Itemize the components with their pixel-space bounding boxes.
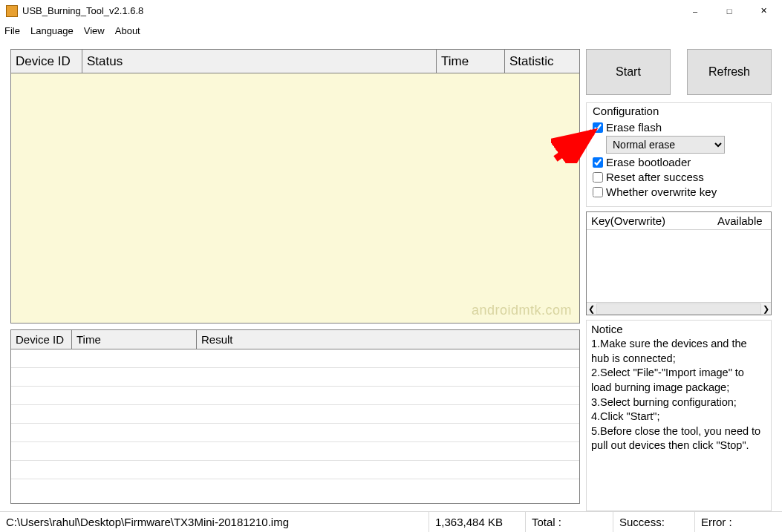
result-grid: Device ID Time Result <box>10 329 580 504</box>
notice-line: 4.Click "Start"; <box>591 410 766 424</box>
scroll-left-icon[interactable]: ❮ <box>588 304 595 314</box>
col-status[interactable]: Status <box>82 50 437 73</box>
minimize-button[interactable]: – <box>678 0 712 22</box>
device-status-grid: Device ID Status Time Statistic androidm… <box>10 49 580 324</box>
overwrite-key-checkbox[interactable] <box>593 187 603 197</box>
erase-flash-row[interactable]: Erase flash <box>593 121 765 134</box>
col-statistic[interactable]: Statistic <box>505 50 579 73</box>
status-path: C:\Users\rahul\Desktop\Firmware\TX3Mini-… <box>0 512 429 532</box>
start-button[interactable]: Start <box>586 49 671 95</box>
table-row <box>11 368 579 387</box>
reset-after-label: Reset after success <box>606 171 704 183</box>
table-row <box>11 442 579 461</box>
menu-file[interactable]: File <box>4 25 20 36</box>
scroll-right-icon[interactable]: ❯ <box>763 304 769 314</box>
table-row <box>11 405 579 424</box>
overwrite-key-label: Whether overwrite key <box>606 185 717 198</box>
notice-line: 3.Select burning configuration; <box>591 395 766 410</box>
maximize-button[interactable]: □ <box>712 0 746 22</box>
erase-bootloader-label: Erase bootloader <box>606 156 691 168</box>
reset-after-row[interactable]: Reset after success <box>593 171 765 183</box>
erase-bootloader-checkbox[interactable] <box>593 157 603 168</box>
app-icon <box>6 5 18 17</box>
close-button[interactable]: ✕ <box>746 0 781 22</box>
status-total: Total : <box>526 512 613 532</box>
col-key-overwrite[interactable]: Key(Overwrite) <box>587 212 713 229</box>
notice-panel: Notice 1.Make sure the devices and the h… <box>586 320 772 511</box>
notice-line: 5.Before close the tool, you need to pul… <box>591 424 766 453</box>
table-row <box>11 387 579 405</box>
menu-bar: File Language View About <box>0 22 782 39</box>
table-row <box>11 461 579 479</box>
menu-view[interactable]: View <box>84 25 105 36</box>
notice-line: 2.Select "File"-"Import image" to load b… <box>591 366 766 395</box>
erase-flash-label: Erase flash <box>606 121 662 134</box>
table-row <box>11 424 579 442</box>
col-time-2[interactable]: Time <box>72 330 197 349</box>
col-device-id[interactable]: Device ID <box>11 50 82 73</box>
overwrite-key-row[interactable]: Whether overwrite key <box>593 185 765 198</box>
watermark: androidmtk.com <box>472 303 572 318</box>
reset-after-checkbox[interactable] <box>593 172 603 183</box>
notice-title: Notice <box>591 322 766 337</box>
status-bar: C:\Users\rahul\Desktop\Firmware\TX3Mini-… <box>0 511 782 532</box>
table-row <box>11 349 579 368</box>
window-title: USB_Burning_Tool_v2.1.6.8 <box>22 5 678 16</box>
col-available[interactable]: Available <box>713 212 771 229</box>
config-legend: Configuration <box>593 105 765 117</box>
configuration-group: Configuration Erase flash Normal erase E… <box>586 102 772 207</box>
status-success: Success: <box>613 512 695 532</box>
notice-line: 1.Make sure the devices and the hub is c… <box>591 337 766 366</box>
horizontal-scrollbar[interactable]: ❮ ❯ <box>587 302 771 315</box>
col-time[interactable]: Time <box>437 50 505 73</box>
menu-language[interactable]: Language <box>30 25 74 36</box>
erase-bootloader-row[interactable]: Erase bootloader <box>593 156 765 168</box>
refresh-button[interactable]: Refresh <box>687 49 772 95</box>
erase-flash-checkbox[interactable] <box>593 122 603 133</box>
menu-about[interactable]: About <box>115 25 140 36</box>
col-device-id-2[interactable]: Device ID <box>11 330 72 349</box>
erase-mode-select[interactable]: Normal erase <box>606 136 725 154</box>
status-error: Error : <box>695 512 782 532</box>
status-size: 1,363,484 KB <box>429 512 526 532</box>
col-result[interactable]: Result <box>197 330 579 349</box>
key-grid: Key(Overwrite) Available ❮ ❯ <box>586 211 772 315</box>
